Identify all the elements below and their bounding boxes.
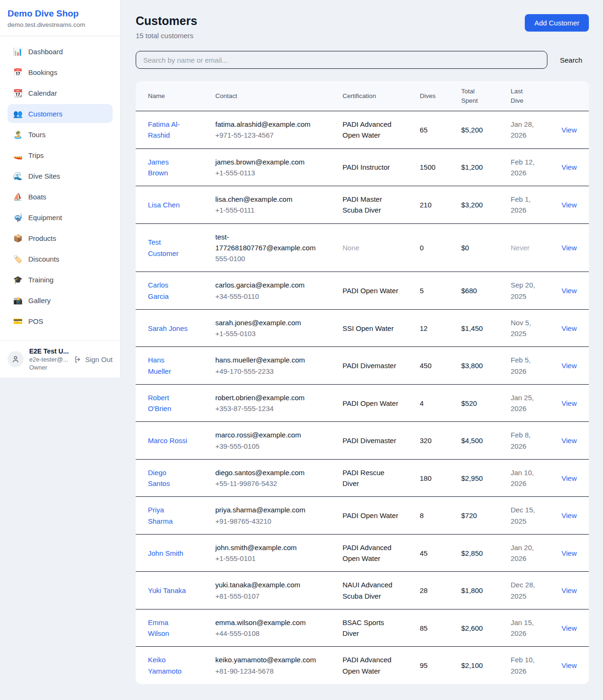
table-row: Carlos Garcia carlos.garcia@example.com … <box>136 272 589 310</box>
sidebar-item-tours[interactable]: 🏝️ Tours <box>8 125 113 144</box>
customer-total-spent: $680 <box>449 272 498 310</box>
customer-phone: +55-11-99876-5432 <box>215 478 326 489</box>
customer-name-link[interactable]: Sarah Jones <box>148 324 187 332</box>
table-row: Fatima Al-Rashid fatima.alrashid@example… <box>136 111 589 149</box>
calendar-icon: 📅 <box>13 68 23 77</box>
view-link[interactable]: View <box>562 362 577 370</box>
search-input[interactable] <box>136 51 547 69</box>
sidebar-item-customers[interactable]: 👥 Customers <box>8 104 113 123</box>
customer-name-link[interactable]: Fatima Al-Rashid <box>148 120 180 139</box>
table-row: Lisa Chen lisa.chen@example.com +1-555-0… <box>136 186 589 224</box>
sidebar-item-equipment[interactable]: 🤿 Equipment <box>8 208 113 227</box>
sidebar-item-dive-sites[interactable]: 🌊 Dive Sites <box>8 166 113 185</box>
customer-dives: 85 <box>407 609 449 647</box>
view-link[interactable]: View <box>562 201 577 209</box>
sign-out-button[interactable]: Sign Out <box>74 355 113 363</box>
page-header: Customers 15 total customers Add Custome… <box>136 14 589 40</box>
table-row: Keiko Yamamoto keiko.yamamoto@example.co… <box>136 647 589 684</box>
customer-dives: 450 <box>407 347 449 385</box>
customer-name-link[interactable]: Hans Mueller <box>148 356 171 375</box>
customer-name-link[interactable]: James Brown <box>148 158 169 177</box>
customer-name-link[interactable]: Lisa Chen <box>148 201 180 209</box>
sidebar-item-products[interactable]: 📦 Products <box>8 229 113 247</box>
customer-total-spent: $0 <box>449 223 498 272</box>
customer-last-dive: Nov 5, 2025 <box>498 309 549 347</box>
customer-name-link[interactable]: Robert O'Brien <box>148 394 171 412</box>
column-header-last-dive: Last Dive <box>498 81 549 111</box>
add-customer-button[interactable]: Add Customer <box>525 14 589 32</box>
speedboat-icon: 🚤 <box>13 151 23 160</box>
customer-name-link[interactable]: Test Customer <box>148 238 179 257</box>
customer-name-link[interactable]: Emma Wilson <box>148 618 169 637</box>
sidebar-item-trips[interactable]: 🚤 Trips <box>8 146 113 165</box>
customer-name-link[interactable]: Keiko Yamamoto <box>148 656 181 675</box>
view-link[interactable]: View <box>562 474 577 482</box>
customer-phone: +44-555-0108 <box>215 628 326 639</box>
brand: Demo Dive Shop demo.test.divestreams.com <box>0 0 120 36</box>
customer-dives: 4 <box>407 384 449 422</box>
sidebar-item-calendar[interactable]: 📆 Calendar <box>8 83 113 102</box>
customer-last-dive: Feb 8, 2026 <box>498 422 549 460</box>
customer-name-link[interactable]: Diego Santos <box>148 469 170 487</box>
view-link[interactable]: View <box>562 549 577 557</box>
sidebar-item-training[interactable]: 🎓 Training <box>8 270 113 289</box>
view-link[interactable]: View <box>562 324 577 332</box>
customer-name-link[interactable]: Carlos Garcia <box>148 281 169 300</box>
customer-email: keiko.yamamoto@example.com <box>215 654 326 665</box>
customer-total-spent: $2,100 <box>449 647 498 684</box>
customer-dives: 45 <box>407 534 449 572</box>
user-info: E2E Test U... e2e-tester@... Owner <box>29 347 74 371</box>
sidebar-item-bookings[interactable]: 📅 Bookings <box>8 63 113 82</box>
sidebar-item-discounts[interactable]: 🏷️ Discounts <box>8 249 113 268</box>
customer-dives: 12 <box>407 309 449 347</box>
customer-phone: +81-555-0107 <box>215 591 326 601</box>
view-link[interactable]: View <box>562 511 577 519</box>
table-row: Priya Sharma priya.sharma@example.com +9… <box>136 497 589 535</box>
view-link[interactable]: View <box>562 126 577 134</box>
sidebar-item-boats[interactable]: ⛵ Boats <box>8 187 113 206</box>
view-link[interactable]: View <box>562 163 577 171</box>
customer-certification: SSI Open Water <box>330 309 407 347</box>
sidebar-nav: 📊 Dashboard 📅 Bookings 📆 Calendar 👥 Cust… <box>0 36 120 332</box>
customer-last-dive: Feb 1, 2026 <box>498 186 549 224</box>
customer-last-dive: Never <box>498 223 549 272</box>
view-link[interactable]: View <box>562 661 577 669</box>
view-link[interactable]: View <box>562 399 577 407</box>
table-row: Sarah Jones sarah.jones@example.com +1-5… <box>136 309 589 347</box>
customer-total-spent: $1,450 <box>449 309 498 347</box>
table-row: Diego Santos diego.santos@example.com +5… <box>136 459 589 497</box>
customer-total-spent: $2,850 <box>449 534 498 572</box>
customer-dives: 180 <box>407 459 449 497</box>
bar-chart-icon: 📊 <box>13 47 23 56</box>
customer-name-link[interactable]: Marco Rossi <box>148 436 187 445</box>
view-link[interactable]: View <box>562 287 577 295</box>
person-icon <box>11 355 20 363</box>
customer-last-dive: Dec 15, 2025 <box>498 497 549 535</box>
table-row: James Brown james.brown@example.com +1-5… <box>136 148 589 186</box>
customer-name-link[interactable]: Yuki Tanaka <box>148 586 186 594</box>
sign-out-icon <box>74 355 82 363</box>
search-bar: Search <box>136 51 589 69</box>
people-icon: 👥 <box>13 109 23 118</box>
customer-dives: 95 <box>407 647 449 684</box>
sidebar-item-gallery[interactable]: 📸 Gallery <box>8 291 113 310</box>
column-header-total-spent: Total Spent <box>449 81 498 111</box>
customer-name-link[interactable]: John Smith <box>148 549 183 557</box>
view-link[interactable]: View <box>562 244 577 252</box>
view-link[interactable]: View <box>562 586 577 594</box>
search-button[interactable]: Search <box>553 52 589 68</box>
sidebar-item-pos[interactable]: 💳 POS <box>8 312 113 330</box>
column-header-contact: Contact <box>203 81 330 111</box>
view-link[interactable]: View <box>562 436 577 445</box>
table-row: Hans Mueller hans.mueller@example.com +4… <box>136 347 589 385</box>
sidebar-item-dashboard[interactable]: 📊 Dashboard <box>8 42 113 61</box>
customer-name-link[interactable]: Priya Sharma <box>148 506 173 525</box>
customer-dives: 28 <box>407 572 449 609</box>
customer-email: james.brown@example.com <box>215 156 326 167</box>
shop-domain: demo.test.divestreams.com <box>8 21 113 28</box>
customer-certification: PADI Divemaster <box>330 422 407 460</box>
shop-name: Demo Dive Shop <box>8 8 113 19</box>
view-link[interactable]: View <box>562 624 577 632</box>
customer-email: hans.mueller@example.com <box>215 354 326 365</box>
customer-certification: PADI Advanced Open Water <box>330 534 407 572</box>
